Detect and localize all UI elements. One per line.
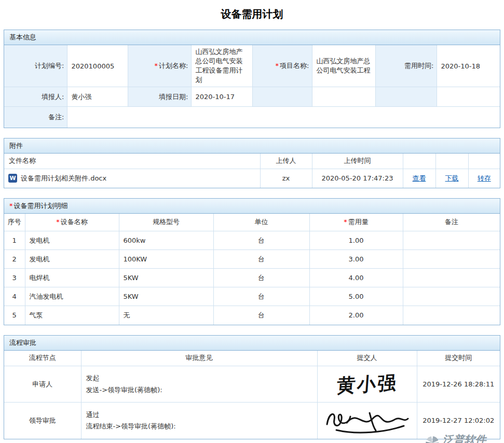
save-as-link[interactable]: 转存	[478, 174, 491, 182]
detail-unit: 台	[213, 250, 309, 269]
approval-row: 领导审批 通过 流程结束->领导审批(蒋德帧): 201	[4, 403, 500, 439]
need-time-label: 需用时间:	[375, 45, 437, 87]
fill-date-value: 2020-10-17	[191, 87, 252, 107]
required-mark-icon: *	[155, 62, 158, 70]
remark-value	[67, 107, 500, 128]
page: 设备需用计划 基本信息 计划编号: 2020100005 *计划名称: 山西弘文…	[0, 0, 504, 443]
approval-section: 流程审批 流程节点 审批意见 提交人 提交时间 申请人 发起 发送->领导审批(…	[4, 335, 500, 439]
attachment-uploader: zx	[260, 169, 312, 188]
approval-node: 领导审批	[4, 403, 81, 439]
need-time-value: 2020-10-18	[437, 45, 500, 87]
detail-remark	[403, 287, 500, 306]
plan-no-label: 计划编号:	[4, 45, 67, 87]
action-column-header	[435, 154, 468, 169]
detail-qty: 5.00	[309, 287, 403, 306]
detail-spec: 100KW	[119, 250, 213, 269]
details-table: 序号 *设备名称 规格型号 单位 *需用量 备注 1 发电机 600kw 台 1…	[4, 214, 500, 325]
empty-value-cell	[312, 87, 375, 107]
remark-column-header: 备注	[403, 214, 500, 231]
remark-label-text: 备注:	[48, 113, 64, 121]
preparer-value: 黄小强	[67, 87, 128, 107]
detail-name: 发电机	[25, 250, 119, 269]
detail-remark	[403, 269, 500, 287]
detail-seq: 4	[4, 287, 25, 306]
detail-unit: 台	[213, 231, 309, 250]
detail-row: 5 气泵 无 台 2.00	[4, 306, 500, 325]
attachment-file-cell: W设备需用计划相关附件.docx	[4, 169, 260, 188]
basic-info-section-header: 基本信息	[4, 30, 500, 45]
fill-date-label: 填报日期:	[128, 87, 191, 107]
seq-column-header: 序号	[4, 214, 25, 231]
detail-seq: 5	[4, 306, 25, 325]
approval-section-header: 流程审批	[4, 336, 500, 351]
approval-opinion-line2: 发送->领导审批(蒋德帧):	[86, 384, 312, 396]
detail-spec: 无	[119, 306, 213, 325]
detail-qty: 2.00	[309, 306, 403, 325]
plan-no-label-text: 计划编号:	[35, 62, 64, 70]
detail-row: 1 发电机 600kw 台 1.00	[4, 231, 500, 250]
spec-column-header: 规格型号	[119, 214, 213, 231]
project-name-value: 山西弘文房地产总公司电气安装工程	[312, 45, 375, 87]
applicant-signature: 黄小强	[336, 373, 398, 395]
preparer-label-text: 填报人:	[42, 93, 64, 101]
view-link[interactable]: 查看	[413, 174, 426, 182]
detail-qty: 4.00	[309, 269, 403, 287]
download-link[interactable]: 下载	[445, 174, 459, 182]
upload-time-column-header: 上传时间	[312, 154, 403, 169]
uploader-column-header: 上传人	[260, 154, 312, 169]
opinion-column-header: 审批意见	[81, 351, 317, 366]
basic-info-section: 基本信息 计划编号: 2020100005 *计划名称: 山西弘文房地产总公司电…	[4, 30, 500, 128]
approval-opinion-line1: 发起	[86, 372, 312, 384]
time-column-header: 提交时间	[417, 351, 500, 366]
attachments-section: 附件 文件名称 上传人 上传时间 W设备需用计划相关附件.docx zx 202…	[4, 138, 500, 188]
approval-time: 2019-12-27 12:02:02	[417, 403, 500, 439]
plan-name-label: *计划名称:	[128, 45, 191, 87]
leader-signature-image	[322, 407, 413, 435]
plan-no-value: 2020100005	[67, 45, 128, 87]
details-section-header: *设备需用计划明细	[4, 199, 500, 214]
approval-table: 流程节点 审批意见 提交人 提交时间 申请人 发起 发送->领导审批(蒋德帧):…	[4, 351, 500, 439]
detail-seq: 3	[4, 269, 25, 287]
detail-seq: 1	[4, 231, 25, 250]
brand-name: 泛普软件	[443, 434, 499, 443]
approval-signature-cell	[317, 403, 417, 439]
approval-header-row: 流程节点 审批意见 提交人 提交时间	[4, 351, 500, 366]
required-mark-icon: *	[344, 218, 347, 226]
detail-unit: 台	[213, 287, 309, 306]
detail-qty: 3.00	[309, 250, 403, 269]
preparer-label: 填报人:	[4, 87, 67, 107]
basic-info-row-1: 计划编号: 2020100005 *计划名称: 山西弘文房地产总公司电气安装工程…	[4, 45, 500, 87]
detail-spec: 5KW	[119, 287, 213, 306]
approval-opinion: 通过 流程结束->领导审批(蒋德帧):	[81, 403, 317, 439]
project-name-label: *项目名称:	[252, 45, 312, 87]
details-section-title: 设备需用计划明细	[14, 202, 68, 210]
page-title: 设备需用计划	[4, 7, 500, 21]
detail-name: 发电机	[25, 231, 119, 250]
word-file-icon: W	[8, 174, 17, 183]
empty-value-cell	[437, 87, 500, 107]
submitter-column-header: 提交人	[317, 351, 417, 366]
unit-column-header: 单位	[213, 214, 309, 231]
approval-node: 申请人	[4, 366, 81, 403]
attachment-row: W设备需用计划相关附件.docx zx 2020-05-20 17:47:23 …	[4, 169, 500, 188]
empty-label-cell	[252, 87, 312, 107]
approval-row: 申请人 发起 发送->领导审批(蒋德帧): 黄小强 2019-12-26 18:…	[4, 366, 500, 403]
detail-unit: 台	[213, 269, 309, 287]
approval-opinion-line2: 流程结束->领导审批(蒋德帧):	[86, 421, 312, 432]
required-mark-icon: *	[9, 202, 13, 210]
detail-qty: 1.00	[309, 231, 403, 250]
node-column-header: 流程节点	[4, 351, 81, 366]
detail-remark	[403, 231, 500, 250]
attachment-saveas-cell: 转存	[468, 169, 500, 188]
approval-signature-cell: 黄小强	[317, 366, 417, 403]
fanpu-logo-icon	[425, 435, 440, 443]
file-name-column-header: 文件名称	[4, 154, 260, 169]
details-header-row: 序号 *设备名称 规格型号 单位 *需用量 备注	[4, 214, 500, 231]
attachments-table: 文件名称 上传人 上传时间 W设备需用计划相关附件.docx zx 2020-0…	[4, 154, 500, 188]
action-column-header	[403, 154, 435, 169]
qty-column-header: *需用量	[309, 214, 403, 231]
detail-row: 2 发电机 100KW 台 3.00	[4, 250, 500, 269]
attachment-download-cell: 下载	[435, 169, 468, 188]
basic-info-row-2: 填报人: 黄小强 填报日期: 2020-10-17	[4, 87, 500, 107]
detail-unit: 台	[213, 306, 309, 325]
